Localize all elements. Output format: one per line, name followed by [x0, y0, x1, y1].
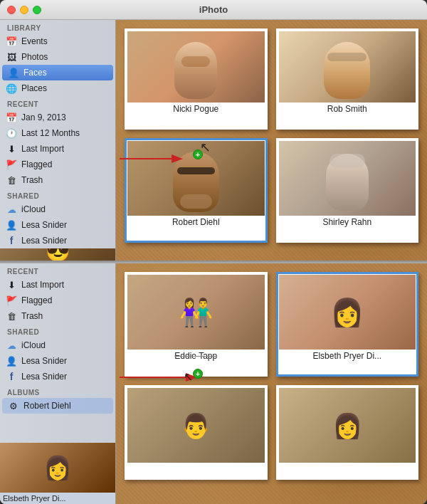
- title-bar: iPhoto: [0, 0, 427, 20]
- photo-misc2: 👩: [279, 388, 416, 463]
- icloud2-icon: ☁: [6, 340, 17, 351]
- recent-section-label: RECENT: [0, 96, 115, 110]
- last12-icon: 🕐: [6, 127, 17, 139]
- photo-label-eddie: Eddie Tapp: [127, 351, 265, 361]
- photo-label-elsbeth: Elsbeth Pryer Di...: [279, 351, 416, 361]
- close-button[interactable]: [7, 6, 16, 14]
- maximize-button[interactable]: [33, 6, 41, 14]
- places-icon: 🌐: [6, 83, 17, 94]
- shared-section-label-bottom: SHARED: [0, 324, 115, 337]
- photo-eddie: 👫: [127, 275, 265, 350]
- photo-card-shirley[interactable]: Shirley Rahn: [276, 138, 419, 243]
- photo-card-eddie[interactable]: 👫 Eddie Tapp: [125, 272, 268, 377]
- sidebar-item-flagged[interactable]: 🚩 Flagged: [0, 157, 115, 172]
- plus-badge-bottom[interactable]: +: [193, 369, 203, 379]
- sidebar-top: LIBRARY 📅 Events 🖼 Photos 👤 Faces 🌐: [0, 20, 116, 261]
- window-title: iPhoto: [199, 4, 228, 15]
- sidebar-item-lesa2[interactable]: f Lesa Snider: [0, 233, 115, 248]
- albums-section-label: ALBUMS: [0, 384, 115, 398]
- sidebar-photos-label: Photos: [21, 52, 48, 62]
- sidebar-person-photo-bottom: 👩: [0, 443, 115, 493]
- sidebar-item-lesa3[interactable]: 👤 Lesa Snider: [0, 353, 115, 369]
- sidebar-lastimport2-label: Last Import: [21, 280, 64, 290]
- faces-icon: 👤: [8, 67, 19, 78]
- sidebar-item-faces[interactable]: 👤 Faces: [2, 65, 113, 80]
- sidebar-item-events[interactable]: 📅 Events: [0, 33, 115, 49]
- photo-elsbeth: 👩: [279, 275, 416, 350]
- sidebar-robertdiehl2-label: Robert Diehl: [23, 401, 71, 411]
- sidebar-places-label: Places: [21, 83, 47, 93]
- photo-card-nicki[interactable]: Nicki Pogue: [125, 28, 268, 130]
- sidebar-item-icloud2[interactable]: ☁ iCloud: [0, 337, 115, 353]
- photo-shirley: [279, 141, 416, 216]
- sidebar-item-photos[interactable]: 🖼 Photos: [0, 49, 115, 65]
- photo-label-rob: Rob Smith: [279, 104, 416, 114]
- split-container: LIBRARY 📅 Events 🖼 Photos 👤 Faces 🌐: [0, 20, 427, 504]
- sidebar-item-icloud[interactable]: ☁ iCloud: [0, 201, 115, 217]
- corkboard-top: Nicki Pogue Rob Smith: [116, 20, 427, 261]
- photo-rob: [279, 31, 416, 103]
- sidebar-lesa4-label: Lesa Snider: [21, 372, 67, 382]
- photo-label-nicki: Nicki Pogue: [127, 104, 265, 114]
- lesa3-icon: 👤: [6, 355, 17, 367]
- photo-card-rob[interactable]: Rob Smith: [276, 28, 419, 130]
- trash-icon: 🗑: [6, 174, 17, 186]
- shared-section-label: SHARED: [0, 188, 115, 201]
- sidebar-item-trash[interactable]: 🗑 Trash: [0, 172, 115, 188]
- sidebar-item-lastimport2[interactable]: ⬇ Last Import: [0, 277, 115, 293]
- plus-badge-top[interactable]: +: [193, 149, 203, 159]
- sidebar-item-robertdiehl2[interactable]: ⚙ Robert Diehl: [2, 398, 113, 414]
- events-icon: 📅: [6, 36, 17, 47]
- sidebar-item-trash2[interactable]: 🗑 Trash: [0, 308, 115, 324]
- sidebar-lastimport-label: Last Import: [21, 144, 64, 154]
- jan9-icon: 📅: [6, 112, 17, 123]
- sidebar-item-lastimport[interactable]: ⬇ Last Import: [0, 141, 115, 157]
- sidebar-item-lesa4[interactable]: f Lesa Snider: [0, 369, 115, 384]
- lesa1-icon: 👤: [6, 219, 17, 231]
- facebook-icon: f: [6, 235, 17, 246]
- sidebar-item-lesa1[interactable]: 👤 Lesa Snider: [0, 217, 115, 233]
- flagged2-icon: 🚩: [6, 295, 17, 306]
- traffic-lights: [7, 6, 41, 14]
- sidebar-item-places[interactable]: 🌐 Places: [0, 80, 115, 96]
- flagged-icon: 🚩: [6, 159, 17, 170]
- sidebar-item-jan9[interactable]: 📅 Jan 9, 2013: [0, 110, 115, 125]
- photo-card-misc1[interactable]: 👨: [125, 385, 268, 480]
- sidebar-faces-label: Faces: [23, 68, 47, 78]
- sidebar-lesa3-label: Lesa Snider: [21, 356, 67, 366]
- photo-card-misc2[interactable]: 👩: [276, 385, 419, 480]
- recent-section-label-bottom: RECENT: [0, 263, 115, 277]
- sidebar-last12-label: Last 12 Months: [21, 128, 80, 138]
- corkboard-bottom: 👫 Eddie Tapp 👩 El: [116, 263, 427, 504]
- sidebar-flagged2-label: Flagged: [21, 295, 52, 305]
- bottom-panel: RECENT ⬇ Last Import 🚩 Flagged 🗑 Trash: [0, 263, 427, 504]
- lastimport2-icon: ⬇: [6, 279, 17, 290]
- photo-label-robert: Robert Diehl: [127, 217, 265, 227]
- sidebar-flagged-label: Flagged: [21, 159, 52, 169]
- photo-misc1: 👨: [127, 388, 265, 463]
- sidebar-item-last12[interactable]: 🕐 Last 12 Months: [0, 125, 115, 141]
- top-panel: LIBRARY 📅 Events 🖼 Photos 👤 Faces 🌐: [0, 20, 427, 261]
- sidebar-trash2-label: Trash: [21, 311, 43, 321]
- sidebar-item-flagged2[interactable]: 🚩 Flagged: [0, 293, 115, 308]
- photos-icon: 🖼: [6, 51, 17, 63]
- photo-grid-bottom: 👫 Eddie Tapp 👩 El: [116, 263, 427, 488]
- trash2-icon: 🗑: [6, 310, 17, 322]
- photo-label-shirley: Shirley Rahn: [279, 217, 416, 227]
- sidebar-lesa1-label: Lesa Snider: [21, 220, 67, 230]
- lastimport-icon: ⬇: [6, 143, 17, 154]
- sidebar-person-label-bottom: Elsbeth Pryer Di...: [0, 493, 115, 504]
- photo-nicki: [127, 31, 265, 103]
- library-section-label: LIBRARY: [0, 20, 115, 33]
- sidebar-bottom: RECENT ⬇ Last Import 🚩 Flagged 🗑 Trash: [0, 263, 116, 504]
- sidebar-jan9-label: Jan 9, 2013: [21, 112, 66, 122]
- sidebar-lesa2-label: Lesa Snider: [21, 236, 67, 246]
- photo-grid-top: Nicki Pogue Rob Smith: [116, 20, 427, 251]
- photo-card-elsbeth[interactable]: 👩 Elsbeth Pryer Di...: [276, 272, 419, 377]
- facebook2-icon: f: [6, 371, 17, 382]
- sidebar-icloud-label: iCloud: [21, 204, 46, 214]
- minimize-button[interactable]: [20, 6, 28, 14]
- main-content: LIBRARY 📅 Events 🖼 Photos 👤 Faces 🌐: [0, 20, 427, 504]
- sidebar-events-label: Events: [21, 36, 48, 46]
- album-icon: ⚙: [8, 400, 19, 411]
